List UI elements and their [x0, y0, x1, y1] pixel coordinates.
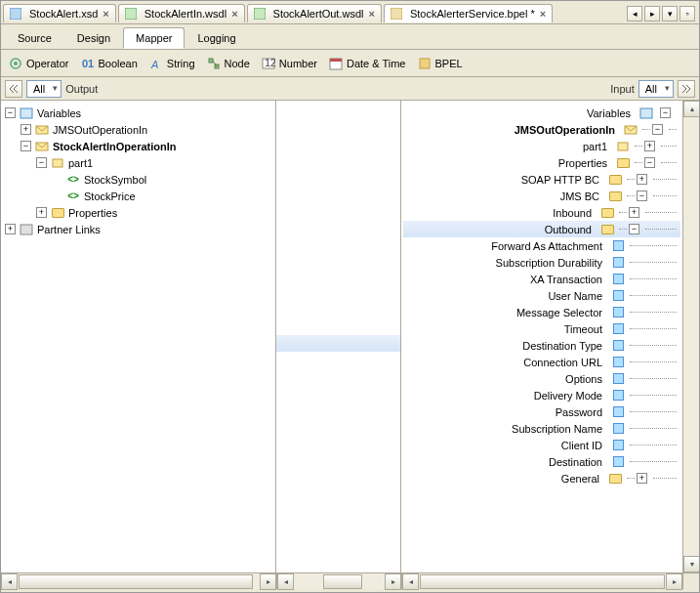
tree-row-outbound[interactable]: Outbound− [403, 221, 680, 237]
operator-button[interactable]: Operator [9, 57, 68, 70]
scroll-right-button[interactable]: ▸ [385, 573, 401, 590]
subtab-source[interactable]: Source [5, 27, 64, 49]
tree-row-clientid[interactable]: Client ID [403, 437, 680, 453]
tree-row-desttype[interactable]: Destination Type [403, 337, 680, 354]
tree-row-username[interactable]: User Name [403, 287, 680, 304]
scroll-thumb[interactable] [19, 574, 253, 589]
tree-row-forwardattachment[interactable]: Forward As Attachment [403, 237, 680, 254]
scroll-up-button[interactable]: ▴ [683, 101, 699, 117]
datetime-button[interactable]: Date & Time [329, 57, 406, 70]
expander-icon[interactable]: + [637, 473, 647, 484]
hscroll-left[interactable]: ◂ ▸ [1, 572, 276, 589]
expander-icon[interactable]: − [644, 157, 655, 168]
subtab-logging[interactable]: Logging [185, 27, 248, 49]
node-button[interactable]: Node [207, 57, 250, 70]
tree-row-stocksymbol[interactable]: <>StockSymbol [3, 171, 273, 188]
tab-stockalertout-wsdl[interactable]: StockAlertOut.wsdl × [247, 4, 382, 22]
expander-icon[interactable]: − [21, 141, 31, 151]
expander-icon[interactable]: − [629, 224, 639, 234]
scroll-track[interactable] [18, 573, 260, 589]
tree-row-variables[interactable]: −Variables [3, 105, 273, 121]
tree-row-variables[interactable]: Variables− [403, 105, 680, 121]
expander-icon[interactable]: + [637, 174, 647, 185]
expander-icon[interactable]: + [36, 207, 47, 218]
tree-row-password[interactable]: Password [403, 403, 680, 420]
scroll-right-button[interactable]: ▸ [666, 573, 682, 590]
xsd-file-icon [8, 7, 23, 21]
number-button[interactable]: 12Number [262, 57, 317, 70]
expander-icon[interactable]: − [637, 191, 647, 201]
collapse-right-button[interactable] [678, 80, 695, 98]
tab-stockalerter-bpel[interactable]: StockAlerterService.bpel * × [384, 4, 553, 22]
tree-row-general[interactable]: General+ [403, 470, 680, 487]
scroll-track[interactable] [419, 573, 666, 589]
expander-icon[interactable]: + [629, 207, 639, 218]
subtab-mapper[interactable]: Mapper [123, 27, 185, 49]
close-icon[interactable]: × [101, 8, 110, 20]
scroll-down-button[interactable]: ▾ [683, 556, 699, 572]
tree-row-subname[interactable]: Subscription Name [403, 420, 680, 437]
expander-icon[interactable]: + [5, 224, 16, 234]
string-button[interactable]: AString [149, 57, 195, 70]
tree-row-connurl[interactable]: Connection URL [403, 354, 680, 370]
tree-row-jmsout[interactable]: JMSOutOperationIn− [403, 121, 680, 138]
vertical-scrollbar[interactable]: ▴ ▾ [682, 101, 699, 572]
scroll-left-button[interactable]: ◂ [402, 573, 419, 590]
boolean-button[interactable]: 01Boolean [80, 57, 137, 70]
partnerlinks-icon [19, 223, 34, 236]
tree-row-jmsout[interactable]: +JMSOutOperationIn [3, 121, 273, 138]
tree-row-stockalertin[interactable]: −StockAlertInOperationIn [3, 138, 273, 154]
tree-row-subdurability[interactable]: Subscription Durability [403, 254, 680, 271]
hscroll-mid[interactable]: ◂ ▸ [276, 572, 401, 589]
scroll-left-button[interactable]: ◂ [277, 573, 294, 590]
expander-icon[interactable]: − [652, 124, 663, 135]
expander-icon[interactable]: − [36, 157, 47, 168]
scroll-left-button[interactable]: ◂ [1, 573, 18, 590]
mapping-canvas[interactable] [276, 101, 401, 572]
left-filter-dropdown[interactable]: All [26, 80, 62, 98]
scroll-left-button[interactable]: ◂ [627, 6, 642, 21]
tree-row-properties[interactable]: Properties− [403, 154, 680, 171]
expander-icon[interactable]: − [5, 107, 16, 118]
tab-stockalertin-wsdl[interactable]: StockAlertIn.wsdl × [118, 4, 245, 22]
input-tree[interactable]: Variables− JMSOutOperationIn− part1+ Pro… [401, 101, 682, 572]
tree-row-xatransaction[interactable]: XA Transaction [403, 271, 680, 287]
tree-row-jmsbc[interactable]: JMS BC− [403, 188, 680, 204]
tree-row-stockprice[interactable]: <>StockPrice [3, 188, 273, 204]
scroll-track[interactable] [683, 117, 699, 556]
close-icon[interactable]: × [538, 8, 548, 20]
close-icon[interactable]: × [366, 8, 376, 20]
tree-row-partnerlinks[interactable]: +Partner Links [3, 221, 273, 237]
element-icon: <> [65, 190, 81, 203]
scroll-right-button[interactable]: ▸ [644, 6, 660, 21]
tree-row-timeout[interactable]: Timeout [403, 320, 680, 337]
tree-row-deliverymode[interactable]: Delivery Mode [403, 387, 680, 403]
tree-row-soaphttpbc[interactable]: SOAP HTTP BC+ [403, 171, 680, 188]
close-icon[interactable]: × [229, 8, 239, 20]
tree-row-msgselector[interactable]: Message Selector [403, 304, 680, 320]
maximize-button[interactable]: ▫ [679, 6, 695, 21]
scroll-thumb[interactable] [323, 574, 362, 589]
tree-row-part1[interactable]: part1+ [403, 138, 680, 154]
scroll-right-button[interactable]: ▸ [260, 573, 276, 590]
tree-row-options[interactable]: Options [403, 370, 680, 387]
right-filter-dropdown[interactable]: All [638, 80, 674, 98]
expander-icon[interactable]: + [21, 124, 31, 135]
tab-stockalert-xsd[interactable]: StockAlert.xsd × [3, 4, 116, 22]
collapse-left-button[interactable] [5, 80, 22, 98]
tree-row-destination[interactable]: Destination [403, 453, 680, 470]
hscroll-right[interactable]: ◂ ▸ [401, 572, 699, 589]
tree-row-part1[interactable]: −part1 [3, 154, 273, 171]
scroll-track[interactable] [294, 573, 385, 589]
expander-icon[interactable]: + [644, 141, 655, 151]
subtab-design[interactable]: Design [64, 27, 123, 49]
output-tree[interactable]: −Variables +JMSOutOperationIn −StockAler… [1, 101, 275, 241]
minimize-button[interactable]: ▾ [662, 6, 678, 21]
tree-row-inbound[interactable]: Inbound+ [403, 204, 680, 221]
bpel-button[interactable]: BPEL [418, 57, 463, 70]
tree-row-properties[interactable]: +Properties [3, 204, 273, 221]
property-icon [610, 306, 626, 319]
expander-icon[interactable]: − [660, 107, 671, 118]
scroll-thumb[interactable] [420, 574, 665, 589]
svg-rect-8 [209, 59, 213, 63]
